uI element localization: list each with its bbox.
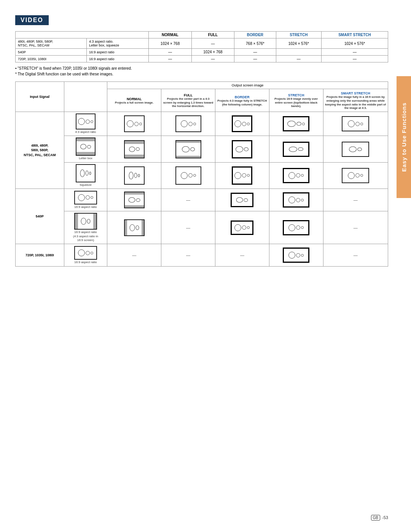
screen-input-43: [76, 113, 96, 129]
hdr-full-label: FULL: [184, 93, 193, 97]
cell-g2-r1-full: —: [161, 189, 215, 211]
screen-smart-sq: [342, 168, 369, 183]
signal-g3: 720P, 1035I, 1080I: [16, 244, 64, 267]
screen-normal-169n: [124, 192, 145, 208]
summary-normal-2: —: [149, 49, 191, 56]
screen-label-43: 4:3 aspect ratio: [75, 130, 96, 134]
screen-input-lb: [76, 137, 96, 156]
cell-g3-r1-normal: —: [107, 244, 161, 267]
row-g1-r3: Squeeze: [16, 162, 388, 189]
screen-border-lb: [232, 140, 252, 158]
screen-label-169sq: 16:9 aspect ratio(4:3 aspect ratio in16:…: [73, 230, 98, 242]
signal-g1: 480I, 480P,580I, 580P,NTSC, PAL, SECAM: [16, 112, 64, 189]
summary-full-1: —: [191, 38, 234, 49]
note-1: • "STRETCH" is fixed when 720P, 1035I or…: [15, 66, 388, 70]
row-g1-r1: 480I, 480P,580I, 580P,NTSC, PAL, SECAM 4…: [16, 112, 388, 136]
hdr-normal: NORMAL Projects a full screen image.: [107, 89, 161, 112]
screen-border-169: [231, 193, 253, 207]
summary-smart-2: —: [321, 49, 388, 56]
col-header-smartstretch: SMART STRETCH: [321, 32, 388, 38]
screen-stretch-g1r1: [283, 116, 309, 131]
summary-full-2: 1024 × 768: [191, 49, 234, 56]
input-screen-g1-r1: 4:3 aspect ratio: [65, 113, 106, 134]
dash-g3r1-normal: —: [132, 253, 136, 257]
cell-g1-r2-smart: [323, 136, 388, 162]
page-title: VIDEO: [21, 17, 43, 23]
row-g2-r1: 540P 16:9 aspect ratio: [16, 189, 388, 211]
cell-g3-r1-smart: —: [323, 244, 388, 267]
summary-smart-3: —: [321, 56, 388, 62]
cell-g1-r1-stretch: [269, 112, 323, 136]
cell-g1-r3-border: [215, 162, 269, 189]
input-type-header: [64, 82, 107, 112]
screen-label-lb: Letter box: [79, 157, 92, 160]
summary-type-3: 16:9 aspect ratio: [86, 56, 148, 62]
hdr-smart-label: SMART STRETCH: [341, 91, 370, 95]
cell-g1-r3-normal: [107, 162, 161, 189]
summary-stretch-1: 1024 × 576*: [276, 38, 321, 49]
dash-g3r1-full: —: [186, 253, 190, 257]
summary-normal-3: —: [149, 56, 191, 62]
page-wrapper: VIDEO NORMAL FULL BORDER STRETCH SMART S…: [0, 0, 411, 532]
cell-g1-r3-stretch: [269, 162, 323, 189]
cell-g1-r1-normal: [107, 112, 161, 136]
dash-g2r2-smart: —: [354, 225, 358, 230]
hdr-normal-label: NORMAL: [127, 97, 142, 101]
cell-g1-r1-full: [161, 112, 215, 136]
summary-row-1: 480I, 480P, 580I, 580P,NTSC, PAL, SECAM …: [16, 38, 388, 49]
row-g3-r1: 720P, 1035I, 1080I 16:9 aspect ratio —: [16, 244, 388, 267]
note-2: * The Digital Shift function can be used…: [15, 72, 388, 76]
screen-normal-sq: [124, 166, 145, 185]
cell-g2-r1-normal: [107, 189, 161, 211]
screen-full-sq: [175, 166, 201, 185]
screen-normal-169sq: [124, 219, 145, 236]
signal-g2: 540P: [16, 189, 64, 244]
screen-input-169: [74, 191, 97, 204]
screen-input-169sq: [74, 213, 97, 230]
screen-stretch-720: [283, 248, 309, 263]
side-tab-text: Easy to Use Functions: [401, 102, 407, 172]
diag-header-row-1: Input Signal Output screen image: [16, 82, 388, 89]
summary-signal-3: 720P, 1035I, 1080I: [16, 56, 87, 62]
screen-border-g1r1: [232, 115, 252, 132]
row-g2-r2: 16:9 aspect ratio(4:3 aspect ratio in16:…: [16, 211, 388, 244]
summary-type-2: 16:9 aspect ratio: [86, 49, 148, 56]
cell-g2-r2-smart: —: [323, 211, 388, 244]
summary-signal-2: 540P: [16, 49, 87, 56]
summary-smart-1: 1024 × 576*: [321, 38, 388, 49]
hdr-normal-desc: Projects a full screen image.: [108, 101, 160, 105]
cell-g2-r2-border: [215, 211, 269, 244]
summary-row-3: 720P, 1035I, 1080I 16:9 aspect ratio — —…: [16, 56, 388, 62]
summary-border-2: —: [234, 49, 276, 56]
screen-border-sq: [232, 166, 252, 185]
cell-g3-r1-border: —: [215, 244, 269, 267]
type-g3-r1: 16:9 aspect ratio: [64, 244, 107, 267]
cell-g3-r1-full: —: [161, 244, 215, 267]
cell-g2-r1-stretch: [269, 189, 323, 211]
hdr-full-desc: Projects the center part in a 4:3 screen…: [162, 97, 214, 108]
screen-normal-lb: [124, 140, 145, 158]
summary-stretch-2: [276, 49, 321, 56]
col-header-stretch: STRETCH: [276, 32, 321, 38]
hdr-border-desc: Projects 4:3 image fully in STRETCH (the…: [217, 99, 268, 107]
type-g2-r2: 16:9 aspect ratio(4:3 aspect ratio in16:…: [64, 211, 107, 244]
summary-signal-1: 480I, 480P, 580I, 580P,NTSC, PAL, SECAM: [16, 38, 87, 49]
screen-input-720: [74, 246, 97, 260]
type-g1-r2: Letter box: [64, 136, 107, 162]
cell-g1-r2-full: [161, 136, 215, 162]
page-number: GB -53: [371, 515, 388, 521]
summary-normal-1: 1024 × 768: [149, 38, 191, 49]
video-title-bar: VIDEO: [15, 15, 49, 25]
hdr-smart-desc: Projects the image fully in a 16:9 scree…: [325, 95, 387, 110]
summary-border-1: 768 × 576*: [234, 38, 276, 49]
summary-row-2: 540P 16:9 aspect ratio — 1024 × 768 — —: [16, 49, 388, 56]
cell-g1-r2-border: [215, 136, 269, 162]
dash-g2r1-smart: —: [354, 198, 358, 202]
summary-stretch-3: —: [276, 56, 321, 62]
summary-full-3: —: [191, 56, 234, 62]
hdr-border: BORDER Projects 4:3 image fully in STRET…: [215, 89, 269, 112]
row-g1-r2: Letter box: [16, 136, 388, 162]
cell-g3-r1-stretch: [269, 244, 323, 267]
type-g1-r3: Squeeze: [64, 162, 107, 189]
cell-g1-r1-smart: [323, 112, 388, 136]
